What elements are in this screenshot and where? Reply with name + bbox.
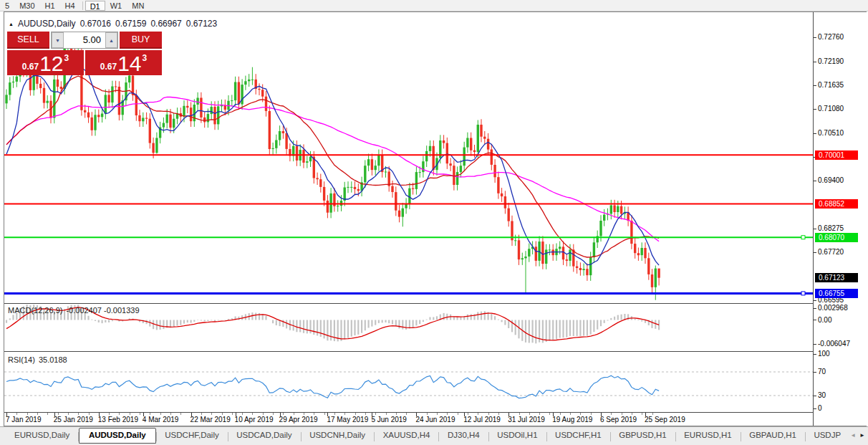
timeframe-button-H4[interactable]: H4 <box>60 1 80 11</box>
timeframe-button-H1[interactable]: H1 <box>40 1 60 11</box>
sell-price-big: 12 <box>39 53 63 75</box>
chart-tab-USDCAD-Daily[interactable]: USDCAD,Daily <box>228 429 300 441</box>
chevron-up-icon: ▲ <box>109 38 114 43</box>
timeframe-button-M30[interactable]: M30 <box>14 1 39 11</box>
sell-price-pip: 3 <box>64 53 69 63</box>
rsi-label: RSI(14) 35.0188 <box>8 355 67 364</box>
rsi-tick: 0 <box>814 404 822 413</box>
level-price-label[interactable]: 0.68070 <box>815 233 858 242</box>
date-label: 29 Apr 2019 <box>279 416 318 424</box>
macd-name: MACD(12,26,9) <box>8 306 62 315</box>
price-tick: 0.71080 <box>814 105 844 113</box>
price-tick: 0.69400 <box>814 176 844 185</box>
rsi-name: RSI(14) <box>8 355 35 364</box>
title-close: 0.67123 <box>186 19 217 29</box>
panel-separator[interactable] <box>4 303 867 304</box>
chart-tab-GBPUSD-H1[interactable]: GBPUSD,H1 <box>610 429 675 441</box>
chart-tab-USDOil-H1[interactable]: USDOil,H1 <box>488 429 546 441</box>
ma-8-line <box>6 63 659 265</box>
volume-decrease-button[interactable]: ▼ <box>52 32 64 48</box>
tabs-scroll-left-icon[interactable]: ◄ <box>850 432 856 439</box>
rsi-indicator-panel[interactable] <box>4 352 813 412</box>
level-price-label[interactable]: 0.66755 <box>815 289 858 298</box>
rsi-tick: 30 <box>814 391 826 400</box>
date-label: 5 Jun 2019 <box>371 416 407 424</box>
chart-tabs-bar: EURUSD,DailyAUDUSD,DailyUSDCHF,DailyUSDC… <box>0 426 868 445</box>
collapse-triangle-icon[interactable]: ▲ <box>9 21 14 27</box>
volume-spinner: ▼ 5.00 ▲ <box>51 32 118 49</box>
chart-tab-USDCHF-H1[interactable]: USDCHF,H1 <box>546 429 610 441</box>
date-label: 13 Feb 2019 <box>98 416 138 424</box>
date-label: 12 Jul 2019 <box>463 416 501 424</box>
panel-separator[interactable] <box>4 351 867 352</box>
chart-tab-USDJP[interactable]: USDJP <box>805 429 849 441</box>
date-label: 10 Apr 2019 <box>235 416 274 424</box>
price-tick: 0.72760 <box>814 33 844 42</box>
date-label: 22 Mar 2019 <box>191 416 231 424</box>
chart-tab-EURUSD-Daily[interactable]: EURUSD,Daily <box>6 429 78 441</box>
date-label: 25 Jan 2019 <box>54 416 93 424</box>
timeframe-button-MN[interactable]: MN <box>127 1 149 11</box>
buy-price-pip: 3 <box>143 53 148 63</box>
one-click-trade-panel: SELL ▼ 5.00 ▲ BUY 0.67 12 3 0.67 14 3 <box>7 32 162 75</box>
buy-price-box[interactable]: 0.67 14 3 <box>85 50 162 75</box>
chevron-down-icon: ▼ <box>55 38 60 43</box>
timeframe-button-D1[interactable]: D1 <box>85 1 105 11</box>
volume-input[interactable]: 5.00 <box>64 32 105 48</box>
price-tick: 0.72190 <box>814 57 844 66</box>
date-label: 4 Mar 2019 <box>143 416 179 424</box>
chart-tab-EURUSD-H1[interactable]: EURUSD,H1 <box>675 429 740 441</box>
tabs-scroll-right-icon[interactable]: ► <box>859 432 865 439</box>
date-label: 31 Jul 2019 <box>508 416 545 424</box>
rsi-value: 35.0188 <box>39 355 67 364</box>
volume-increase-button[interactable]: ▲ <box>105 32 117 48</box>
date-label: 24 Jun 2019 <box>415 416 455 424</box>
tab-scroll-arrows: ◄ ► <box>850 432 865 439</box>
chart-title: ▲ AUDUSD,Daily 0.67016 0.67159 0.66967 0… <box>9 19 217 29</box>
chart-tab-GBPAUD-H1[interactable]: GBPAUD,H1 <box>741 429 805 441</box>
date-label: 6 Sep 2019 <box>600 416 637 424</box>
time-axis: 7 Jan 201925 Jan 201913 Feb 20194 Mar 20… <box>5 413 813 426</box>
chart-tab-USDCHF-Daily[interactable]: USDCHF,Daily <box>156 429 227 441</box>
macd-tick: -0.006047 <box>814 340 850 348</box>
current-price-label: 0.67123 <box>815 273 858 282</box>
level-price-label[interactable]: 0.68852 <box>815 199 858 209</box>
price-tick: 0.67720 <box>814 248 844 257</box>
timeframe-button-W1[interactable]: W1 <box>105 1 127 11</box>
price-tick: 0.70510 <box>814 129 844 138</box>
price-axis: 0.727600.721900.716350.710800.705100.699… <box>814 12 867 426</box>
sell-price-prefix: 0.67 <box>22 62 39 72</box>
date-label: 17 May 2019 <box>327 416 368 424</box>
date-label: 19 Aug 2019 <box>552 416 592 424</box>
level-price-label[interactable]: 0.70001 <box>815 150 858 160</box>
ma-50-line <box>6 97 659 241</box>
timeframe-button-5[interactable]: 5 <box>0 1 14 11</box>
title-open: 0.67016 <box>80 19 111 29</box>
title-low: 0.66967 <box>150 19 181 29</box>
chart-tab-AUDUSD-Daily[interactable]: AUDUSD,Daily <box>79 428 156 444</box>
chart-tab-XAUUSD-H4[interactable]: XAUUSD,H4 <box>375 429 439 441</box>
price-tick: 0.71635 <box>814 81 844 90</box>
rsi-tick: 100 <box>814 350 830 358</box>
chart-tab-USDCNH-Daily[interactable]: USDCNH,Daily <box>301 429 374 441</box>
title-high: 0.67159 <box>115 19 146 29</box>
price-tick: 0.68275 <box>814 224 844 233</box>
sell-price-box[interactable]: 0.67 12 3 <box>7 50 84 75</box>
chart-tab-DJ30-H4[interactable]: DJ30,H4 <box>439 429 488 441</box>
date-label: 25 Sep 2019 <box>645 416 685 424</box>
macd-tick: 0.00 <box>814 316 831 325</box>
title-symbol: AUDUSD,Daily <box>18 19 76 29</box>
macd-label: MACD(12,26,9) -0.002407 -0.001339 <box>8 306 140 315</box>
timeframe-toolbar: 5M30H1H4D1W1MN <box>0 0 868 11</box>
buy-price-big: 14 <box>117 53 141 75</box>
macd-tick: 0.002968 <box>814 304 848 312</box>
macd-values: -0.002407 -0.001339 <box>66 306 139 315</box>
sell-button[interactable]: SELL <box>7 32 49 49</box>
buy-button[interactable]: BUY <box>120 32 162 49</box>
rsi-tick: 70 <box>814 368 826 376</box>
buy-price-prefix: 0.67 <box>100 62 117 72</box>
rsi-line <box>6 375 659 398</box>
date-label: 7 Jan 2019 <box>6 416 42 424</box>
